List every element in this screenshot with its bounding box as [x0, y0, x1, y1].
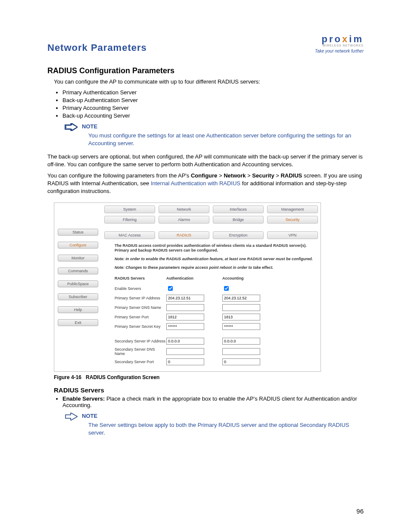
breadcrumb-part: Security	[252, 172, 274, 179]
desc-line-1: The RADIUS access control provides authe…	[115, 243, 314, 253]
screenshot-description: The RADIUS access control provides authe…	[102, 239, 321, 275]
config-paragraph: You can configure the following paramete…	[47, 172, 364, 196]
list-item: Enable Servers: Place a check mark in th…	[62, 395, 364, 408]
primary-acct-ip-input[interactable]	[222, 295, 260, 302]
colhead-acct: Accounting	[222, 276, 278, 280]
tab-row-sub: MAC Access RADIUS Encryption VPN	[102, 224, 321, 239]
secondary-auth-port-input[interactable]	[166, 358, 204, 365]
heading-radius-config: RADIUS Configuration Parameters	[47, 66, 364, 75]
subtab-mac-access[interactable]: MAC Access	[104, 231, 155, 239]
tab-filtering[interactable]: Filtering	[104, 216, 155, 224]
secondary-auth-ip-input[interactable]	[166, 338, 204, 345]
heading-radius-servers: RADIUS Servers	[54, 386, 364, 394]
subtab-encryption[interactable]: Encryption	[213, 231, 264, 239]
row-label-enable: Enable Servers	[115, 286, 166, 291]
tab-row-mid: Filtering Alarms Bridge Security	[102, 213, 321, 224]
page-title: Network Parameters	[47, 42, 147, 53]
note-arrow-icon	[65, 123, 78, 131]
row-label-sport: Secondary Server Port	[115, 360, 166, 364]
enable-servers-text: Place a check mark in the appropriate bo…	[62, 395, 357, 408]
note-heading: NOTE	[82, 123, 97, 130]
tab-row-top: System Network Interfaces Management	[102, 203, 321, 213]
link-internal-auth[interactable]: Internal Authentication with RADIUS	[151, 180, 240, 187]
enable-acct-checkbox[interactable]	[224, 286, 229, 291]
enable-servers-bold: Enable Servers:	[62, 395, 105, 402]
tab-security[interactable]: Security	[267, 216, 318, 224]
list-item: Primary Accounting Server	[62, 105, 364, 111]
list-item: Back-up Accounting Server	[62, 112, 364, 119]
tab-network[interactable]: Network	[159, 205, 209, 213]
subtab-radius[interactable]: RADIUS	[159, 231, 209, 239]
note-heading: NOTE	[82, 413, 97, 419]
text: You can configure the following paramete…	[47, 172, 191, 179]
figure-label: Figure 4-16	[54, 374, 81, 380]
logo: proxim WIRELESS NETWORKS Take your netwo…	[315, 34, 364, 53]
list-item: Primary Authentication Server	[62, 89, 364, 96]
desc-line-2: Note: In order to enable the RADIUS auth…	[115, 257, 314, 262]
secondary-acct-port-input[interactable]	[222, 358, 260, 365]
sidebar-item-subscriber[interactable]: Subscriber	[58, 293, 98, 300]
sidebar-item-monitor[interactable]: Monitor	[58, 255, 98, 261]
enable-auth-checkbox[interactable]	[168, 286, 173, 291]
sidebar-item-help[interactable]: Help	[58, 306, 98, 313]
row-label-sdns: Secondary Server DNS Name	[115, 347, 166, 356]
sidebar: Status Configure Monitor Commands Public…	[54, 203, 102, 372]
primary-acct-key-input[interactable]	[222, 323, 260, 330]
backup-paragraph: The back-up servers are optional, but wh…	[47, 153, 364, 168]
radius-servers-list: Enable Servers: Place a check mark in th…	[62, 395, 364, 408]
note-arrow-icon	[65, 413, 78, 420]
primary-acct-port-input[interactable]	[222, 314, 260, 320]
intro-paragraph: You can configure the AP to communicate …	[54, 78, 364, 86]
row-label-pport: Primary Server Port	[115, 315, 166, 319]
row-label-sip: Secondary Server IP Address	[115, 339, 166, 343]
tab-interfaces[interactable]: Interfaces	[213, 205, 264, 213]
subtab-vpn[interactable]: VPN	[267, 231, 318, 239]
primary-auth-port-input[interactable]	[166, 314, 204, 320]
row-label-pip: Primary Server IP Address	[115, 296, 166, 300]
sidebar-item-exit[interactable]: Exit	[58, 319, 98, 326]
note-text: The Server settings below apply to both …	[88, 421, 364, 437]
tab-system[interactable]: System	[104, 205, 155, 213]
colhead-auth: Authentication	[166, 276, 222, 280]
breadcrumb-part: Configure	[191, 172, 217, 179]
desc-line-3: Note: Changes to these parameters requir…	[115, 265, 314, 271]
secondary-auth-dns-input[interactable]	[166, 348, 204, 355]
note-block-1: NOTE You must configure the settings for…	[65, 123, 364, 147]
list-item: Back-up Authentication Server	[62, 97, 364, 103]
tab-bridge[interactable]: Bridge	[213, 216, 264, 224]
server-list: Primary Authentication Server Back-up Au…	[62, 89, 364, 119]
sidebar-item-publicspace[interactable]: PublicSpace	[58, 280, 98, 287]
sidebar-item-commands[interactable]: Commands	[58, 268, 98, 274]
note-block-2: NOTE The Server settings below apply to …	[65, 413, 364, 437]
radius-config-screenshot: Status Configure Monitor Commands Public…	[54, 202, 321, 372]
logo-subtitle-2: Take your network further	[315, 49, 364, 53]
sidebar-item-status[interactable]: Status	[58, 229, 98, 236]
page-number: 96	[356, 507, 364, 515]
logo-text-post: im	[349, 34, 364, 44]
secondary-acct-ip-input[interactable]	[222, 338, 260, 345]
breadcrumb-part: Network	[224, 172, 246, 179]
tab-management[interactable]: Management	[267, 205, 318, 213]
sidebar-item-configure[interactable]: Configure	[58, 242, 98, 249]
secondary-acct-dns-input[interactable]	[222, 348, 260, 355]
colhead-servers: RADIUS Servers	[115, 276, 166, 280]
row-label-pkey: Primary Server Secret Key	[115, 324, 166, 329]
logo-text-x: x	[342, 34, 349, 44]
primary-auth-key-input[interactable]	[166, 323, 204, 330]
logo-subtitle-1: WIRELESS NETWORKS	[315, 44, 364, 47]
primary-acct-dns-input[interactable]	[222, 304, 260, 311]
primary-auth-ip-input[interactable]	[166, 295, 204, 302]
radius-form: RADIUS Servers Authentication Accounting…	[102, 274, 321, 365]
figure-caption: Figure 4-16 RADIUS Configuration Screen	[54, 374, 364, 380]
primary-auth-dns-input[interactable]	[166, 304, 204, 311]
logo-text-pre: pro	[322, 34, 342, 44]
note-text: You must configure the settings for at l…	[88, 132, 364, 147]
figure-text: RADIUS Configuration Screen	[86, 374, 159, 380]
breadcrumb-part: RADIUS	[280, 172, 302, 179]
tab-alarms[interactable]: Alarms	[159, 216, 209, 224]
row-label-pdns: Primary Server DNS Name	[115, 305, 166, 310]
